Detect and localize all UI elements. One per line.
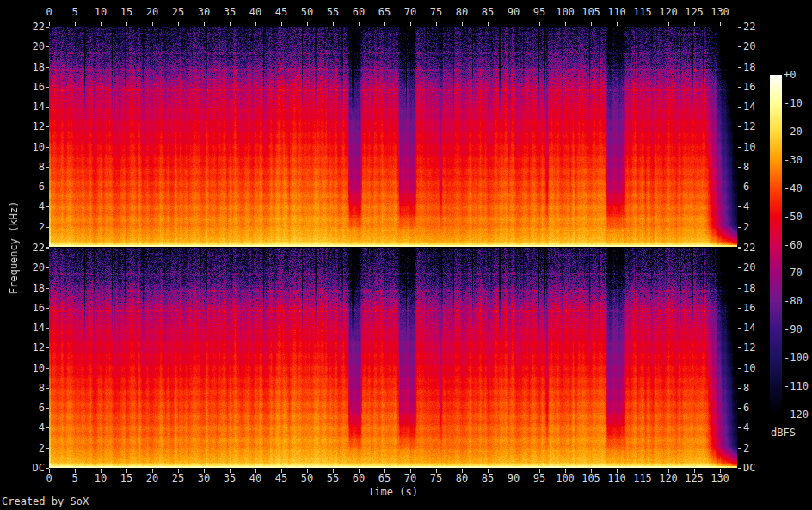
colorbar-tick-label: -90: [784, 324, 803, 335]
frequency-tick-label: 6: [19, 402, 45, 414]
colorbar-unit-label: dBFS: [771, 427, 796, 439]
frequency-tick: [46, 368, 49, 369]
frequency-tick: [46, 427, 49, 428]
frequency-tick: [738, 206, 741, 207]
time-tick-label: 115: [633, 473, 652, 484]
frequency-tick-label: 10: [743, 142, 755, 153]
time-tick-label: 105: [581, 473, 600, 484]
time-tick-label: 5: [71, 7, 77, 18]
time-tick: [643, 22, 643, 26]
frequency-tick-label: 22: [743, 22, 755, 33]
frequency-tick: [738, 147, 741, 148]
frequency-tick-label: 6: [743, 181, 749, 193]
time-tick: [152, 22, 153, 26]
time-tick-label: 110: [607, 473, 626, 484]
frequency-tick: [738, 267, 741, 268]
frequency-tick-label: 12: [19, 121, 45, 132]
time-tick-label: 5: [71, 473, 77, 484]
frequency-tick-label: 2: [743, 443, 749, 454]
time-tick-label: 65: [378, 473, 391, 484]
frequency-tick: [46, 167, 49, 168]
frequency-tick: [738, 328, 741, 329]
time-tick-label: 90: [508, 7, 520, 18]
frequency-tick-label: 22: [743, 243, 755, 254]
frequency-tick: [738, 408, 741, 409]
frequency-tick-label: 12: [743, 121, 755, 132]
time-tick: [333, 22, 334, 26]
frequency-tick-label: 8: [19, 162, 45, 173]
time-tick-label: 95: [533, 473, 545, 484]
time-tick-label: 70: [404, 7, 416, 18]
frequency-tick: [738, 27, 741, 28]
frequency-tick-label: 16: [743, 82, 755, 93]
time-tick-label: 15: [120, 473, 132, 484]
frequency-tick: [738, 126, 741, 127]
time-tick-label: 130: [710, 473, 729, 484]
colorbar-tick-label: -60: [784, 240, 803, 251]
frequency-tick: [46, 288, 49, 289]
time-tick: [617, 22, 618, 26]
frequency-tick: [46, 147, 49, 148]
frequency-tick: [46, 308, 49, 309]
frequency-tick: [46, 328, 49, 329]
time-tick: [49, 22, 50, 26]
time-tick-label: 50: [301, 7, 313, 18]
frequency-tick: [46, 126, 49, 127]
time-tick-label: 80: [456, 473, 468, 484]
colorbar-tick-label: +0: [784, 70, 796, 81]
time-tick: [101, 22, 102, 26]
frequency-tick-label: 22: [19, 22, 45, 33]
frequency-tick: [46, 67, 49, 68]
time-tick: [410, 22, 411, 26]
time-tick-label: 75: [430, 7, 442, 18]
frequency-tick: [738, 388, 741, 389]
time-tick: [565, 22, 566, 26]
frequency-tick: [738, 288, 741, 289]
spectrogram-channel-1: [49, 27, 737, 247]
frequency-tick: [738, 468, 741, 469]
frequency-tick: [46, 448, 49, 449]
frequency-tick-label: 14: [743, 101, 755, 113]
time-tick-label: 60: [353, 7, 365, 18]
frequency-tick: [738, 448, 741, 449]
frequency-tick: [738, 67, 741, 68]
time-tick-label: 35: [224, 7, 236, 18]
frequency-tick-label: 18: [19, 62, 45, 73]
time-tick-label: 130: [710, 7, 729, 18]
time-tick-label: 30: [198, 7, 210, 18]
frequency-tick-label: 20: [743, 262, 755, 273]
frequency-tick: [46, 87, 49, 88]
frequency-tick-label: 12: [19, 342, 45, 353]
frequency-tick-label: 8: [743, 383, 749, 394]
colorbar-tick-label: -100: [784, 353, 809, 364]
colorbar-tick-label: -20: [784, 126, 803, 138]
time-tick: [436, 22, 437, 26]
time-tick-label: 115: [633, 7, 652, 18]
frequency-tick: [46, 468, 49, 469]
frequency-tick: [46, 388, 49, 389]
frequency-tick: [738, 368, 741, 369]
time-tick: [488, 22, 489, 26]
time-axis-title: Time (s): [368, 487, 418, 498]
frequency-tick: [46, 46, 49, 47]
time-tick: [307, 22, 308, 26]
frequency-tick: [46, 206, 49, 207]
time-tick: [359, 22, 360, 26]
frequency-tick: [46, 248, 49, 249]
time-tick-label: 10: [95, 7, 107, 18]
frequency-tick: [738, 46, 741, 47]
frequency-tick-label: 16: [743, 303, 755, 314]
frequency-tick-label: 4: [743, 422, 749, 433]
frequency-tick-label: 6: [743, 402, 749, 414]
colorbar-tick-label: -110: [784, 381, 809, 392]
frequency-tick-label: 18: [743, 62, 755, 73]
time-tick-label: 35: [224, 473, 236, 484]
time-tick: [255, 22, 256, 26]
frequency-tick-label: 6: [19, 181, 45, 193]
frequency-tick-label: 18: [19, 283, 45, 294]
colorbar-tick-label: -120: [784, 409, 809, 421]
time-tick-label: 0: [46, 7, 52, 18]
time-tick-label: 55: [327, 7, 339, 18]
frequency-tick: [738, 87, 741, 88]
frequency-tick: [738, 347, 741, 348]
